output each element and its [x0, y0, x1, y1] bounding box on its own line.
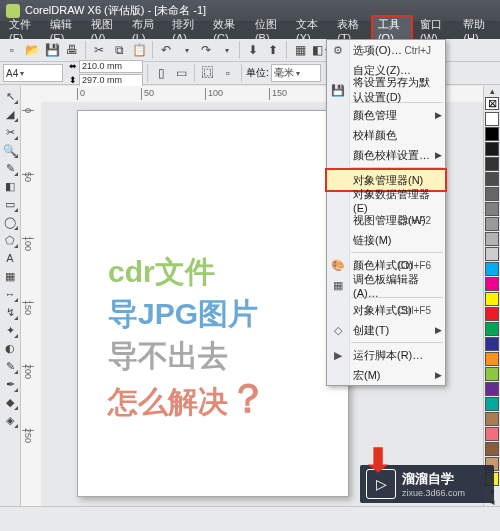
color-swatch[interactable]: [485, 382, 499, 396]
menu-item[interactable]: 💾将设置另存为默认设置(D): [327, 80, 445, 100]
palette-up-icon[interactable]: ▴: [483, 86, 500, 96]
shape-tool-icon[interactable]: ◢: [2, 106, 18, 122]
open-icon[interactable]: 📂: [23, 41, 41, 59]
tools-menu-dropdown: ⚙选项(O)…Ctrl+J自定义(Z)…💾将设置另存为默认设置(D)颜色管理▶校…: [326, 39, 446, 386]
page-width-input[interactable]: 210.0 mm: [79, 60, 143, 73]
width-icon: ⬌: [69, 61, 77, 71]
color-swatch[interactable]: [485, 322, 499, 336]
menu-item-label: 对象管理器(N): [353, 173, 423, 188]
text-tool-icon[interactable]: A: [2, 250, 18, 266]
rectangle-tool-icon[interactable]: ▭: [2, 196, 18, 212]
color-swatch[interactable]: [485, 412, 499, 426]
watermark-brand: 溜溜自学: [402, 470, 465, 488]
effects-tool-icon[interactable]: ✦: [2, 322, 18, 338]
menu-item[interactable]: ▦调色板编辑器(A)…: [327, 275, 445, 295]
color-swatch[interactable]: [485, 277, 499, 291]
fill-tool-icon[interactable]: ◆: [2, 394, 18, 410]
art-line-4: 怎么解决？: [108, 377, 268, 423]
save-icon[interactable]: 💾: [43, 41, 61, 59]
color-swatch[interactable]: [485, 337, 499, 351]
polygon-tool-icon[interactable]: ⬠: [2, 232, 18, 248]
cut-icon[interactable]: ✂: [90, 41, 108, 59]
dimension-tool-icon[interactable]: ↔: [2, 286, 18, 302]
color-swatch[interactable]: [485, 142, 499, 156]
print-icon[interactable]: 🖶: [63, 41, 81, 59]
menu-item[interactable]: ⚙选项(O)…Ctrl+J: [327, 40, 445, 60]
color-swatch[interactable]: [485, 172, 499, 186]
menu-item[interactable]: 链接(M): [327, 230, 445, 250]
page-artwork: cdr文件 导JPG图片 导不出去 怎么解决？: [108, 251, 268, 423]
ellipse-tool-icon[interactable]: ◯: [2, 214, 18, 230]
menu-item[interactable]: 对象样式(S)Ctrl+F5: [327, 300, 445, 320]
color-swatch[interactable]: [485, 307, 499, 321]
color-swatch[interactable]: [485, 262, 499, 276]
submenu-arrow-icon: ▶: [435, 110, 442, 120]
menu-item[interactable]: 宏(M)▶: [327, 365, 445, 385]
color-swatch[interactable]: [485, 112, 499, 126]
color-swatch[interactable]: [485, 217, 499, 231]
portrait-icon[interactable]: ▯: [152, 64, 170, 82]
undo-dd-icon[interactable]: [177, 41, 195, 59]
app-launcher-icon[interactable]: ▦: [291, 41, 309, 59]
color-swatch[interactable]: [485, 352, 499, 366]
undo-icon[interactable]: ↶: [157, 41, 175, 59]
zoom-tool-icon[interactable]: 🔍: [2, 142, 18, 158]
units-select[interactable]: 毫米: [271, 64, 321, 82]
color-swatch[interactable]: [485, 232, 499, 246]
eyedropper-tool-icon[interactable]: ✎: [2, 358, 18, 374]
menu-item[interactable]: ▶运行脚本(R)…: [327, 345, 445, 365]
color-swatch[interactable]: [485, 442, 499, 456]
menu-item[interactable]: 对象数据管理器(E): [327, 190, 445, 210]
color-swatch[interactable]: [485, 292, 499, 306]
connector-tool-icon[interactable]: ↯: [2, 304, 18, 320]
smart-fill-icon[interactable]: ◧: [2, 178, 18, 194]
menu-item-label: 调色板编辑器(A)…: [353, 272, 439, 299]
menu-item[interactable]: 颜色管理▶: [327, 105, 445, 125]
menu-item-icon: ▦: [330, 277, 346, 293]
menu-item-label: 颜色管理: [353, 108, 397, 123]
color-swatch[interactable]: [485, 127, 499, 141]
interactive-fill-icon[interactable]: ◈: [2, 412, 18, 428]
menu-help[interactable]: 帮助(H): [456, 16, 498, 45]
paste-icon[interactable]: 📋: [130, 41, 148, 59]
export-icon[interactable]: ⬆: [264, 41, 282, 59]
art-line-3: 导不出去: [108, 335, 268, 377]
color-swatch[interactable]: [485, 367, 499, 381]
pages-all-icon[interactable]: ⿴: [199, 64, 217, 82]
transparency-icon[interactable]: ◐: [2, 340, 18, 356]
landscape-icon[interactable]: ▭: [172, 64, 190, 82]
freehand-tool-icon[interactable]: ✎: [2, 160, 18, 176]
crop-tool-icon[interactable]: ✂: [2, 124, 18, 140]
color-swatch[interactable]: [485, 397, 499, 411]
menu-item[interactable]: ◇创建(T)▶: [327, 320, 445, 340]
color-swatch[interactable]: [485, 187, 499, 201]
color-swatch[interactable]: [485, 247, 499, 261]
submenu-arrow-icon: ▶: [435, 150, 442, 160]
redo-icon[interactable]: ↷: [197, 41, 215, 59]
vruler-tick: 50: [22, 174, 34, 176]
menu-item-label: 将设置另存为默认设置(D): [353, 75, 439, 105]
color-swatch[interactable]: [485, 202, 499, 216]
import-icon[interactable]: ⬇: [244, 41, 262, 59]
menu-item-icon: 💾: [330, 82, 346, 98]
menu-item-icon: ◇: [330, 322, 346, 338]
page: cdr文件 导JPG图片 导不出去 怎么解决？: [77, 110, 349, 497]
vertical-ruler: 050100150200250: [21, 86, 42, 507]
menu-item[interactable]: 视图管理器(W)Ctrl+F2: [327, 210, 445, 230]
table-tool-icon[interactable]: ▦: [2, 268, 18, 284]
menu-item[interactable]: 校样颜色: [327, 125, 445, 145]
menu-item[interactable]: 颜色校样设置…▶: [327, 145, 445, 165]
redo-dd-icon[interactable]: [217, 41, 235, 59]
new-icon[interactable]: ▫: [3, 41, 21, 59]
pick-tool-icon[interactable]: ↖: [2, 88, 18, 104]
outline-tool-icon[interactable]: ✒: [2, 376, 18, 392]
color-swatch[interactable]: [485, 157, 499, 171]
no-fill-swatch[interactable]: ⊠: [485, 97, 499, 109]
paper-select[interactable]: A4: [3, 64, 63, 82]
menu-item-label: 链接(M): [353, 233, 392, 248]
menu-item-label: 颜色校样设置…: [353, 148, 430, 163]
copy-icon[interactable]: ⧉: [110, 41, 128, 59]
color-swatch[interactable]: [485, 427, 499, 441]
page-height-input[interactable]: 297.0 mm: [79, 74, 143, 87]
pages-one-icon[interactable]: ▫: [219, 64, 237, 82]
